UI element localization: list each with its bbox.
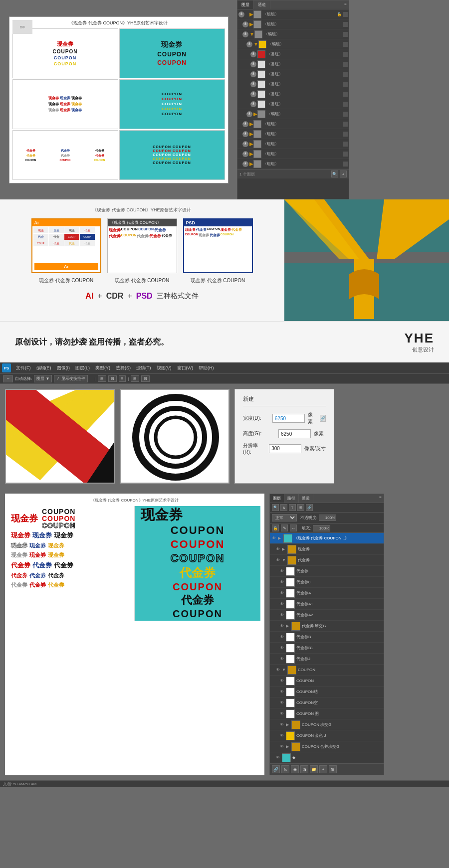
- layer-item[interactable]: 👁 〈番红〉: [237, 69, 349, 79]
- lp-layer-item[interactable]: 👁 ▼ COUPON: [270, 665, 384, 676]
- menu-item-window[interactable]: 窗口(W): [175, 364, 196, 372]
- layer-visibility-icon[interactable]: 👁: [246, 111, 252, 117]
- layer-item[interactable]: 👁 〈番红〉: [237, 89, 349, 99]
- lp-layer-item[interactable]: 👁 ▼ 代金券: [270, 555, 384, 566]
- lp-layer-item[interactable]: 👁 ▶ COUPON 合并班交G: [270, 741, 384, 752]
- menu-item-image[interactable]: 图像(I): [54, 364, 73, 372]
- distribute-btn-1[interactable]: ⊞: [131, 375, 139, 382]
- lp-eye-icon[interactable]: 👁: [279, 678, 285, 684]
- lp-layer-item[interactable]: 👁 COUPON空: [270, 697, 384, 708]
- menu-item-select[interactable]: 选择(S): [113, 364, 133, 372]
- lp-eye-icon[interactable]: 👁: [279, 601, 285, 607]
- menu-item-layer[interactable]: 图层(L): [73, 364, 92, 372]
- delete-layer-icon[interactable]: 🗑: [329, 765, 337, 773]
- lp-layer-item[interactable]: 👁 代金券J: [270, 654, 384, 665]
- lp-eye-icon[interactable]: 👁: [279, 722, 285, 728]
- add-layer-icon[interactable]: +: [340, 171, 347, 177]
- lp-tab-paths[interactable]: 路径: [284, 494, 299, 503]
- menu-item-type[interactable]: 类型(Y): [93, 364, 113, 372]
- lp-eye-icon[interactable]: 👁: [271, 535, 277, 541]
- adjustment-layer-icon[interactable]: ◑: [300, 765, 308, 773]
- layer-visibility-icon[interactable]: 👁: [238, 11, 244, 17]
- layers-tab-layers[interactable]: 图层: [237, 0, 254, 9]
- layer-effects-icon[interactable]: fx: [281, 765, 289, 773]
- lp-eye-icon[interactable]: 👁: [279, 700, 285, 706]
- lp-eye-icon[interactable]: 👁: [279, 590, 285, 596]
- show-transform-checkbox[interactable]: ✓ 显示变换控件: [54, 375, 87, 382]
- lp-eye-icon[interactable]: 👁: [275, 557, 281, 563]
- align-btn-2[interactable]: ⊟: [108, 375, 117, 382]
- lp-eye-icon[interactable]: 👁: [279, 579, 285, 585]
- lock-partial-icon[interactable]: ✎: [281, 524, 288, 531]
- layer-mask-icon[interactable]: ◉: [291, 765, 299, 773]
- lp-tab-channels[interactable]: 通道: [299, 494, 313, 503]
- blend-mode-select[interactable]: 正常: [272, 514, 297, 521]
- lp-eye-icon[interactable]: 👁: [279, 744, 285, 750]
- layer-item[interactable]: 👁 ▶ 〈编组〉: [237, 109, 349, 119]
- layer-item[interactable]: 👁 ▼ 〈编组〉: [237, 29, 349, 39]
- lp-layer-item[interactable]: 👁 ◆: [270, 752, 384, 763]
- layers-tab-channels[interactable]: 通道: [254, 0, 270, 9]
- height-input[interactable]: [278, 429, 311, 438]
- lp-tool-t[interactable]: T: [289, 504, 296, 511]
- search-icon[interactable]: 🔍: [272, 504, 279, 511]
- layer-item[interactable]: 👁 〈番红〉: [237, 49, 349, 59]
- menu-item-help[interactable]: 帮助(H): [196, 364, 217, 372]
- layer-visibility-icon[interactable]: 👁: [242, 31, 248, 37]
- lp-eye-icon[interactable]: 👁: [275, 755, 281, 761]
- layer-item[interactable]: 👁 ▶ 〈组组〉: [237, 19, 349, 29]
- layer-visibility-icon[interactable]: 👁: [250, 101, 256, 107]
- lp-tab-layers[interactable]: 图层: [270, 494, 284, 503]
- layer-visibility-icon[interactable]: 👁: [250, 91, 256, 97]
- layer-visibility-icon[interactable]: 👁: [242, 161, 248, 167]
- menu-item-view[interactable]: 视图(V): [154, 364, 174, 372]
- lp-layer-item[interactable]: 👁 代金券B1: [270, 643, 384, 654]
- lp-layer-item[interactable]: 👁 ▶ COUPON 班交G: [270, 719, 384, 730]
- lp-layer-item[interactable]: 👁 代金券A: [270, 588, 384, 599]
- lp-eye-icon[interactable]: 👁: [275, 667, 281, 673]
- lp-layer-item[interactable]: 👁 代金券A2: [270, 610, 384, 621]
- distribute-btn-2[interactable]: ⊟: [141, 375, 150, 382]
- lp-tool-link[interactable]: 🔗: [306, 504, 313, 511]
- lp-menu-icon[interactable]: ≡: [377, 494, 384, 503]
- lp-eye-icon[interactable]: 👁: [279, 623, 285, 629]
- layer-visibility-icon[interactable]: 👁: [250, 61, 256, 67]
- lp-eye-icon[interactable]: 👁: [279, 612, 285, 618]
- new-layer-icon[interactable]: +: [319, 765, 327, 773]
- menu-item-filter[interactable]: 滤镜(T): [134, 364, 154, 372]
- lp-layer-item[interactable]: 👁 COUPON: [270, 676, 384, 687]
- layer-visibility-icon[interactable]: 👁: [250, 71, 256, 77]
- lock-icon[interactable]: 🔒: [272, 524, 279, 531]
- layer-visibility-icon[interactable]: 👁: [242, 141, 248, 147]
- align-btn-3[interactable]: ≡: [119, 375, 126, 382]
- new-group-icon[interactable]: 📁: [310, 765, 318, 773]
- layer-item[interactable]: 👁 〈番红〉: [237, 99, 349, 109]
- layer-item[interactable]: 👁 〈番红〉: [237, 59, 349, 69]
- lp-layer-item[interactable]: 👁 COUPON 金色 J: [270, 730, 384, 741]
- lp-layer-item[interactable]: 👁 ▶ 代金券 班交G: [270, 621, 384, 632]
- lp-layer-item[interactable]: 👁 COUPON结: [270, 687, 384, 697]
- layer-item[interactable]: 👁 ▶ 〈组组〉: [237, 139, 349, 149]
- layer-item[interactable]: 👁 ▶ 〈组组〉 🔒: [237, 9, 349, 19]
- align-btn-1[interactable]: ⊞: [98, 375, 106, 382]
- menu-item-file[interactable]: 文件(F): [13, 364, 33, 372]
- lp-eye-icon[interactable]: 👁: [279, 656, 285, 662]
- link-icon[interactable]: 🔗: [320, 415, 326, 422]
- autoselect-dropdown[interactable]: 图层 ▼: [34, 375, 52, 382]
- lp-layer-item[interactable]: 👁 代金券B: [270, 632, 384, 643]
- layer-visibility-icon[interactable]: 👁: [242, 121, 248, 127]
- layer-visibility-icon[interactable]: 👁: [250, 81, 256, 87]
- lp-eye-icon[interactable]: 👁: [279, 568, 285, 574]
- lp-layer-item[interactable]: 👁 ▶ 现金券: [270, 544, 384, 555]
- layer-visibility-icon[interactable]: 👁: [242, 21, 248, 27]
- layer-item[interactable]: 👁 ▶ 〈组组〉: [237, 149, 349, 159]
- lp-layer-item[interactable]: 👁 代金券A1: [270, 599, 384, 610]
- lp-tool-a[interactable]: A: [280, 504, 287, 511]
- layer-item[interactable]: 👁 〈番红〉: [237, 79, 349, 89]
- layer-item[interactable]: 👁 ▶ 〈组组〉: [237, 119, 349, 129]
- menu-item-edit[interactable]: 编辑(E): [34, 364, 54, 372]
- lp-eye-icon[interactable]: 👁: [279, 645, 285, 651]
- fill-value[interactable]: 100%: [313, 525, 330, 531]
- lp-eye-icon[interactable]: 👁: [275, 546, 281, 552]
- lp-layer-item[interactable]: 👁 COUPON 图: [270, 708, 384, 719]
